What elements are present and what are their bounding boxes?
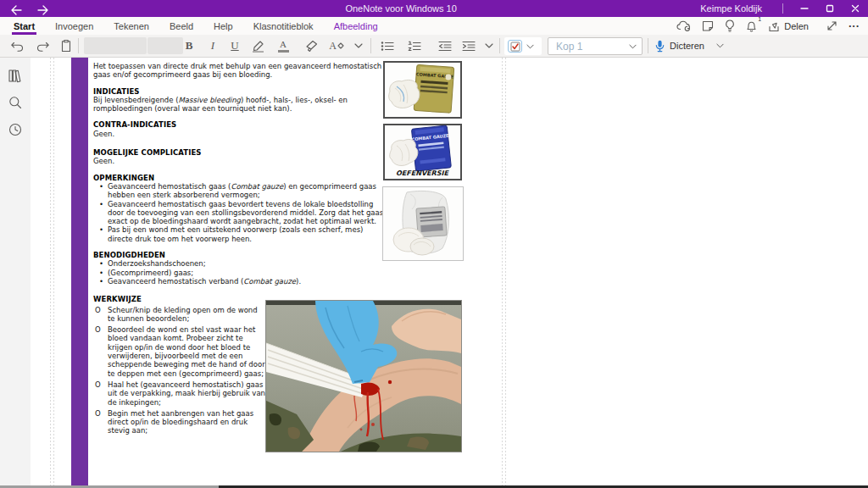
step-item: O Beoordeel de wond en stel vast waar he… [93,325,268,378]
list-item: • Pas bij een wond met een uitstekend vo… [93,225,390,243]
tab-tekenen[interactable]: Tekenen [103,17,159,35]
titlebar-divider [782,3,783,14]
intro-paragraph: Het toepassen van directe druk met behul… [93,62,390,80]
style-dropdown-value: Kop 1 [556,41,629,53]
feedback-icon[interactable] [702,20,714,32]
notebooks-icon[interactable] [8,68,23,83]
step-item: O Scheur/knip de kleding open om de wond… [93,306,268,324]
ribbon-tabs: Start Invoegen Tekenen Beeld Help Klasno… [0,17,388,35]
share-label: Delen [784,21,809,31]
todo-tag-button[interactable] [504,37,542,55]
font-color-button[interactable]: A [273,35,293,57]
style-dropdown[interactable]: Kop 1 [548,37,643,55]
microphone-icon [655,40,665,53]
underline-button[interactable]: U [225,35,244,57]
bullet-list-button[interactable] [376,35,398,57]
section-opmerkingen: OPMERKINGEN • Geavanceerd hemostatisch g… [93,174,390,243]
share-button[interactable]: Delen [768,20,809,32]
practice-version-caption: OEFENVERSIE [396,169,449,177]
decrease-indent-button[interactable] [434,35,456,57]
undo-button[interactable] [7,35,27,57]
section-benodigdheden: BENODIGDHEDEN • Onderzoekshandschoenen; … [93,251,390,286]
font-size-select-disabled [147,37,183,54]
redo-button[interactable] [32,35,53,57]
font-color-swatch [278,50,289,53]
highlighter-button[interactable] [248,35,268,57]
notifications-bell-icon[interactable]: 1 [746,20,757,32]
more-options-button[interactable]: ··· [849,19,860,32]
section-body: Bij levensbedreigende (Massive bleeding)… [93,96,390,114]
gauze-shape [389,80,420,108]
tab-invoegen[interactable]: Invoegen [45,17,103,35]
maximize-button[interactable] [817,0,843,17]
forward-arrow-icon[interactable] [37,3,49,14]
fullscreen-icon[interactable] [826,20,837,31]
section-heading: WERKWIJZE [93,295,268,303]
todo-checkbox-icon [508,40,522,53]
page-boundary-line [505,58,506,488]
menubar: Start Invoegen Tekenen Beeld Help Klasno… [0,17,868,35]
format-painter-button[interactable] [302,35,322,57]
close-button[interactable] [843,0,868,17]
section-contra-indicaties: CONTRA-INDICATIES Geen. [93,120,390,138]
compressed-gauze-image[interactable] [382,186,464,261]
search-icon[interactable] [8,95,23,110]
paste-button[interactable] [56,35,76,57]
lightbulb-icon[interactable] [725,19,735,32]
page-boundary-line [502,58,503,488]
italic-button[interactable]: I [203,35,222,57]
step-item: O Haal het (geavanceerd hemostatisch) ga… [93,380,268,407]
dictate-chevron[interactable] [716,43,724,48]
window-title: OneNote voor Windows 10 [102,3,700,14]
tab-klasnotitieblok[interactable]: Klasnotitieblok [243,17,324,35]
numbered-list-button[interactable] [403,35,426,57]
list-item: • Geavanceerd hemostatisch gaas bevorder… [93,200,390,226]
bold-button[interactable]: B [180,35,198,57]
ribbon-separator [370,38,371,53]
page-canvas[interactable]: Het toepassen van directe druk met behul… [31,58,868,488]
dictate-button[interactable]: Dicteren [655,35,724,57]
section-heading: MOGELIJKE COMPLICATIES [93,148,390,157]
section-complicaties: MOGELIJKE COMPLICATIES Geen. [93,148,390,166]
section-heading: CONTRA-INDICATIES [93,120,390,129]
tab-beeld[interactable]: Beeld [159,17,203,35]
todo-tag-chevron[interactable] [526,44,534,49]
list-item: • Onderzoekshandschoenen; [93,259,390,268]
wound-treatment-photo[interactable] [265,300,462,452]
titlebar: OneNote voor Windows 10 Keimpe Koldijk [0,0,868,17]
ribbon-toolbar: B I U A A [0,35,868,58]
section-heading: OPMERKINGEN [93,174,390,182]
navigation-sidebar [0,58,31,488]
page-boundary-line [50,58,51,488]
combat-gauze-image[interactable]: COMBAT GAUZE [383,61,462,119]
section-body: Geen. [93,157,390,165]
ribbon-separator [648,38,648,53]
list-item: • Geavanceerd hemostatisch verband (Comb… [93,277,390,286]
font-more-chevron[interactable] [351,35,366,57]
paragraph-more-chevron[interactable] [481,35,497,57]
back-arrow-icon[interactable] [10,3,22,14]
tab-help[interactable]: Help [203,17,243,35]
font-name-select-disabled [84,37,147,54]
section-indicaties: INDICATIES Bij levensbedreigende (Massiv… [93,87,390,114]
clear-formatting-button[interactable]: A [326,35,347,57]
ribbon-separator [78,38,79,53]
step-item: O Begin met het aanbrengen van het gaas … [93,409,268,435]
section-heading: INDICATIES [93,87,390,96]
section-heading: BENODIGDHEDEN [93,251,390,259]
section-body: Geen. [93,130,390,138]
page-boundary-line [53,58,54,488]
sync-status-icon[interactable] [676,20,691,31]
minimize-button[interactable] [792,0,817,17]
dictate-label: Dicteren [670,41,704,51]
style-dropdown-chevron [629,44,637,49]
combat-gauze-practice-image[interactable]: COMBAT GAUZE OEFENVERSIE [383,124,462,180]
increase-indent-button[interactable] [458,35,480,57]
ribbon-separator [499,38,500,53]
page-accent-strip [71,58,88,488]
tab-start[interactable]: Start [3,17,45,35]
recent-notes-icon[interactable] [8,122,23,137]
onenote-window: OneNote voor Windows 10 Keimpe Koldijk S… [0,0,868,488]
account-name[interactable]: Keimpe Koldijk [700,3,762,14]
tab-afbeelding[interactable]: Afbeelding [324,17,388,35]
